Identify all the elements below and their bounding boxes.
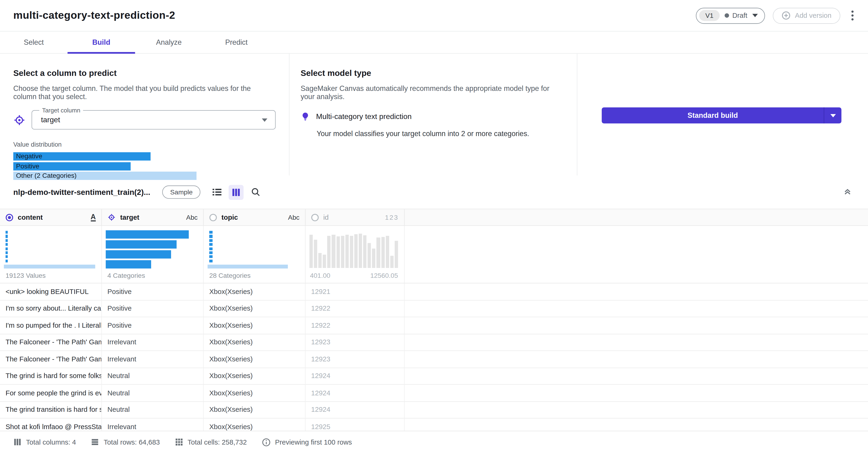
add-version-button[interactable]: Add version [773, 7, 840, 24]
search-icon[interactable] [248, 185, 263, 200]
standard-build-button[interactable]: Standard build [602, 108, 841, 124]
table-row: The Falconeer - 'The Path' Game...Irrele… [0, 351, 868, 368]
target-column-select[interactable]: Target column target [32, 110, 276, 129]
cell-target: Irrelevant [102, 419, 204, 431]
column-view-icon[interactable] [228, 185, 244, 200]
distribution-bar: Positive [13, 162, 131, 170]
cell-target: Irrelevant [102, 334, 204, 351]
header-filler [405, 209, 868, 225]
cell-target: Neutral [102, 368, 204, 384]
radio-icon[interactable] [311, 213, 319, 221]
info-icon [261, 438, 271, 447]
list-view-icon[interactable] [209, 185, 224, 200]
cell-id: 12922 [306, 317, 405, 334]
tab-predict[interactable]: Predict [203, 32, 270, 53]
cell-content: For some people the grind is eve... [0, 385, 102, 401]
tab-analyze[interactable]: Analyze [135, 32, 203, 53]
model-type-description: SageMaker Canvas automatically recommend… [301, 84, 563, 101]
column-label: id [323, 213, 385, 221]
model-type-detail: Your model classifies your target column… [317, 129, 563, 138]
stat-text: Total cells: 258,732 [188, 438, 247, 446]
cell-id: 12923 [306, 351, 405, 367]
lightbulb-icon [301, 112, 310, 121]
row-filler [405, 283, 868, 300]
category-bars [105, 230, 198, 270]
model-type-panel: Select model type SageMaker Canvas autom… [289, 54, 577, 176]
cell-topic: Xbox(Xseries) [204, 283, 306, 300]
view-toggle-group [209, 185, 263, 200]
cell-id: 12925 [306, 419, 405, 431]
select-column-description: Choose the target column. The model that… [13, 84, 276, 101]
cell-target: Neutral [102, 402, 204, 418]
cell-content: The Falconeer - 'The Path' Game... [0, 334, 102, 351]
table-footer: Total columns: 4Total rows: 64,683Total … [0, 431, 868, 453]
dataset-table: contentAtargetAbctopicAbcid123 19123 Val… [0, 209, 868, 431]
cell-id: 12922 [306, 300, 405, 317]
column-header-content[interactable]: contentA [0, 209, 102, 225]
page-header: multi-category-text-prediction-2 V1 Draf… [0, 0, 868, 32]
column-preview-target: 4 Categories [102, 226, 204, 283]
cell-target: Neutral [102, 385, 204, 401]
dataset-toolbar: nlp-demo-twitter-sentiment_train(2)... S… [0, 176, 868, 209]
collapse-panel-icon[interactable] [842, 187, 852, 197]
target-column-icon[interactable] [107, 213, 116, 221]
table-row: For some people the grind is eve...Neutr… [0, 385, 868, 402]
chevron-down-icon [752, 14, 758, 17]
column-label: topic [221, 213, 288, 221]
cell-target: Positive [102, 300, 204, 317]
table-row: The grind transition is hard for s...Neu… [0, 402, 868, 419]
histogram-min-label: 401.00 [310, 272, 331, 279]
cell-topic: Xbox(Xseries) [204, 385, 306, 401]
select-column-panel: Select a column to predict Choose the ta… [0, 54, 289, 176]
cell-id: 12924 [306, 385, 405, 401]
id-histogram [309, 234, 398, 268]
table-row: The Falconeer - 'The Path' Game...Irrele… [0, 334, 868, 351]
table-row: I'm so pumped for the . I Literall...Pos… [0, 317, 868, 334]
cell-content: The grind transition is hard for s... [0, 402, 102, 418]
kebab-menu-icon[interactable] [848, 8, 857, 23]
category-dash-stack [6, 231, 8, 262]
preview-filler [405, 226, 868, 283]
version-selector[interactable]: V1 Draft [696, 7, 765, 24]
cell-content: The Falconeer - 'The Path' Game... [0, 351, 102, 367]
column-header-id[interactable]: id123 [306, 209, 405, 225]
tab-build[interactable]: Build [67, 32, 135, 53]
target-column-row: Target column target [13, 110, 276, 129]
tab-bar: SelectBuildAnalyzePredict [0, 32, 868, 54]
cells-icon [175, 438, 183, 446]
dataset-name: nlp-demo-twitter-sentiment_train(2)... [13, 188, 150, 197]
radio-icon[interactable] [209, 213, 217, 221]
stat-columns: Total columns: 4 [13, 438, 76, 446]
table-body: <unk> looking BEAUTIFULPositiveXbox(Xser… [0, 283, 868, 431]
cell-content: <unk> looking BEAUTIFUL [0, 283, 102, 300]
model-type-row: Multi-category text prediction [301, 112, 563, 121]
other-categories-bar [4, 265, 95, 269]
row-filler [405, 419, 868, 431]
build-options-dropdown[interactable] [824, 108, 841, 124]
status-label: Draft [733, 12, 747, 20]
preview-caption: 4 Categories [107, 272, 145, 279]
column-type-icon: A [91, 213, 96, 221]
header-controls: V1 Draft Add version [696, 7, 857, 24]
cell-target: Positive [102, 317, 204, 334]
radio-selected-icon[interactable] [6, 213, 13, 221]
cell-id: 12924 [306, 402, 405, 418]
category-dash-stack [209, 231, 212, 262]
column-preview-content: 19123 Values [0, 226, 102, 283]
row-filler [405, 385, 868, 401]
cell-id: 12921 [306, 283, 405, 300]
cell-content: I'm so sorry about... Literally can... [0, 300, 102, 317]
column-header-topic[interactable]: topicAbc [204, 209, 306, 225]
tab-select[interactable]: Select [0, 32, 67, 53]
stat-text: Total rows: 64,683 [104, 438, 160, 446]
row-filler [405, 351, 868, 367]
target-icon [13, 114, 26, 126]
cell-topic: Xbox(Xseries) [204, 317, 306, 334]
select-column-heading: Select a column to predict [13, 68, 276, 78]
standard-build-label: Standard build [602, 108, 824, 124]
column-header-target[interactable]: targetAbc [102, 209, 204, 225]
value-distribution-label: Value distribution [13, 141, 276, 148]
table-row: Shot at kofi lmfaoo @ PressStar...Irrele… [0, 419, 868, 431]
columns-icon [13, 438, 22, 446]
cell-target: Positive [102, 283, 204, 300]
